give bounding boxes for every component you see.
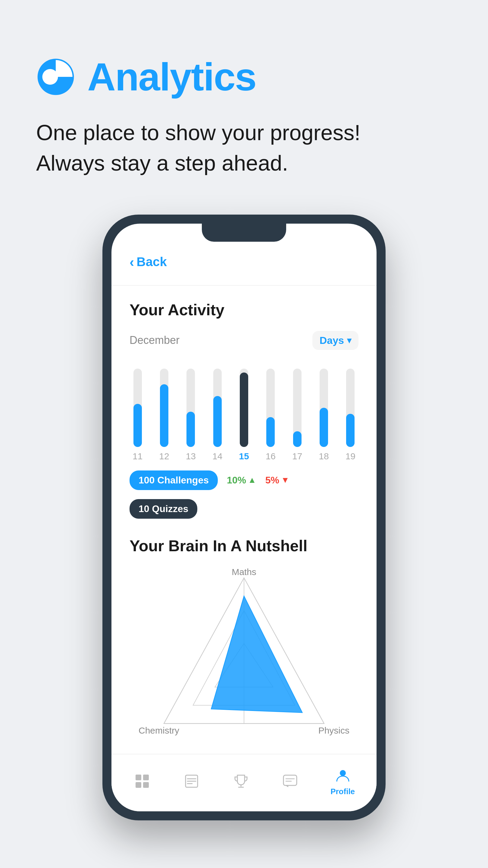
- bar-label-18: 18: [319, 451, 329, 461]
- arrow-up-icon: ▲: [248, 475, 256, 485]
- bar-fill-16: [266, 417, 275, 447]
- bar-fill-19: [346, 414, 355, 447]
- svg-rect-19: [284, 775, 297, 785]
- bar-label-14: 14: [213, 451, 222, 461]
- bar-label-11: 11: [133, 451, 142, 461]
- challenges-badge: 100 Challenges: [130, 470, 218, 490]
- bar-fill-12: [160, 384, 168, 447]
- bar-track-15: [240, 369, 248, 447]
- radar-chart: [130, 567, 358, 742]
- arrow-down-icon: ▼: [281, 475, 290, 485]
- svg-rect-12: [143, 782, 149, 788]
- bar-group-11: 11: [133, 369, 142, 461]
- back-button[interactable]: ‹ Back: [130, 254, 358, 270]
- radar-container: Maths: [130, 567, 358, 742]
- svg-rect-9: [135, 775, 141, 780]
- back-label: Back: [136, 255, 167, 269]
- phone-screen: ‹ Back Your Activity December Days ▾: [111, 224, 377, 811]
- bar-track-16: [266, 369, 275, 447]
- days-dropdown[interactable]: Days ▾: [313, 331, 358, 350]
- bar-fill-17: [293, 431, 301, 447]
- phone-notch: [202, 224, 286, 242]
- svg-point-22: [340, 770, 346, 776]
- home-icon: [133, 772, 151, 790]
- bar-label-17: 17: [292, 451, 302, 461]
- svg-rect-11: [135, 782, 141, 788]
- days-label: Days: [320, 335, 344, 346]
- bar-track-13: [187, 369, 195, 447]
- nav-item-lessons[interactable]: [183, 772, 201, 790]
- nav-item-trophy[interactable]: [232, 772, 250, 790]
- bar-group-16: 16: [266, 369, 275, 461]
- stats-row: 100 Challenges 10% ▲ 5% ▼ 10 Quizzes: [130, 470, 358, 519]
- nav-item-chat[interactable]: [281, 772, 299, 790]
- bar-label-13: 13: [186, 451, 196, 461]
- phone-wrapper: ‹ Back Your Activity December Days ▾: [36, 215, 452, 820]
- phone-outer: ‹ Back Your Activity December Days ▾: [102, 215, 386, 820]
- divider: [111, 285, 377, 286]
- bar-group-12: 12: [159, 369, 169, 461]
- page-container: Analytics One place to show your progres…: [0, 0, 488, 868]
- svg-point-1: [42, 69, 58, 85]
- bottom-nav: Profile: [111, 754, 377, 811]
- header-section: Analytics: [36, 54, 452, 99]
- screen-content: ‹ Back Your Activity December Days ▾: [111, 224, 377, 742]
- bar-track-12: [160, 369, 168, 447]
- percent-red-value: 5%: [265, 475, 279, 486]
- percent-green-value: 10%: [227, 475, 246, 486]
- bar-fill-11: [133, 404, 142, 447]
- brain-title: Your Brain In A Nutshell: [130, 537, 358, 555]
- subtitle-text: One place to show your progress! Always …: [36, 118, 428, 179]
- bar-group-15: 15: [239, 369, 249, 461]
- bar-track-19: [346, 369, 355, 447]
- bar-label-16: 16: [266, 451, 275, 461]
- bar-label-12: 12: [159, 451, 169, 461]
- profile-icon: [334, 767, 352, 784]
- bar-fill-13: [187, 412, 195, 447]
- bar-group-13: 13: [186, 369, 196, 461]
- activity-title: Your Activity: [130, 301, 358, 319]
- back-chevron-icon: ‹: [130, 254, 134, 270]
- bar-track-17: [293, 369, 301, 447]
- svg-marker-8: [211, 596, 302, 712]
- bar-track-11: [133, 369, 142, 447]
- analytics-icon: [36, 57, 75, 96]
- chat-icon: [281, 772, 299, 790]
- nav-item-profile[interactable]: Profile: [330, 767, 355, 796]
- bar-fill-14: [213, 396, 222, 447]
- bar-group-19: 19: [346, 369, 355, 461]
- bar-track-18: [320, 369, 328, 447]
- bar-group-14: 14: [213, 369, 222, 461]
- bar-group-17: 17: [292, 369, 302, 461]
- bar-track-14: [213, 369, 222, 447]
- radar-label-maths: Maths: [232, 567, 256, 577]
- bar-chart: 11 12: [130, 365, 358, 461]
- bar-label-15: 15: [239, 451, 249, 461]
- quizzes-badge: 10 Quizzes: [130, 499, 197, 519]
- activity-header: December Days ▾: [130, 331, 358, 350]
- lessons-icon: [183, 772, 201, 790]
- dropdown-arrow-icon: ▾: [347, 336, 351, 345]
- bar-fill-18: [320, 408, 328, 447]
- percent-green: 10% ▲: [227, 475, 256, 486]
- brain-section: Your Brain In A Nutshell Maths: [130, 537, 358, 742]
- percent-red: 5% ▼: [265, 475, 290, 486]
- bar-label-19: 19: [346, 451, 355, 461]
- radar-label-physics: Physics: [318, 725, 350, 736]
- month-label: December: [130, 334, 180, 347]
- profile-nav-label: Profile: [330, 787, 355, 796]
- page-title: Analytics: [87, 54, 256, 99]
- svg-rect-10: [143, 775, 149, 780]
- trophy-icon: [232, 772, 250, 790]
- bar-group-18: 18: [319, 369, 329, 461]
- radar-label-chemistry: Chemistry: [138, 725, 179, 736]
- bar-fill-15: [240, 373, 248, 447]
- nav-item-home[interactable]: [133, 772, 151, 790]
